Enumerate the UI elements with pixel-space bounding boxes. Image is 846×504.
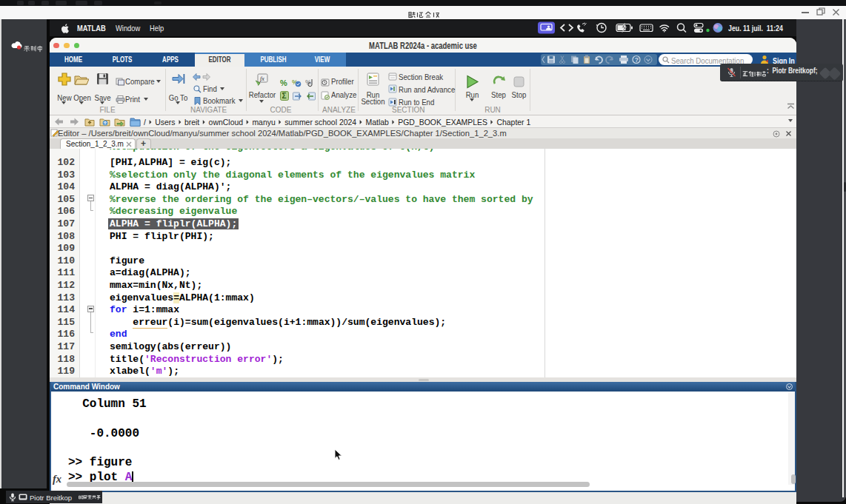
svg-text:Σ: Σ: [282, 92, 287, 100]
svg-text:?: ?: [635, 56, 639, 64]
svg-text:fx: fx: [260, 75, 264, 82]
svg-text:%: %: [280, 78, 287, 87]
